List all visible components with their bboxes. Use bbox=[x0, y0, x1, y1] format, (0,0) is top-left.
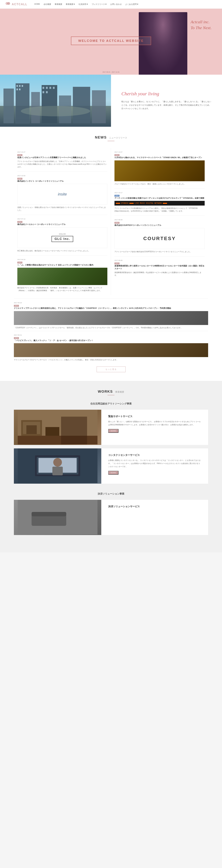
news-date: 2017-10-27 bbox=[17, 151, 107, 153]
service-more-btn-emergency[interactable]: MORE bbox=[108, 429, 119, 433]
news-date: 2017-05-20 bbox=[14, 302, 208, 304]
news-badge: NEW bbox=[115, 154, 120, 156]
nav-business-dropdown[interactable]: 事業概要▼ bbox=[66, 3, 75, 5]
news-title[interactable]: 株式会社インサイト コーポレートサイトリニューアル bbox=[17, 180, 107, 183]
news-image-interior bbox=[14, 343, 208, 357]
svg-rect-29 bbox=[45, 427, 59, 436]
news-body: アクトコールグループ会社の採用担当者を取材した「日本ケアフィット共育機構」のフリ… bbox=[17, 160, 107, 168]
news-body: 流通ソリューション・情報を変わるグループ会社の株式会社インサイトがコーポレートサ… bbox=[17, 206, 107, 212]
glc-label: IOGLOD bbox=[52, 233, 73, 235]
insite-logo-text: insite bbox=[58, 192, 67, 196]
logo[interactable]: ACTCALL bbox=[5, 2, 27, 7]
nav-business[interactable]: 事業概要 bbox=[55, 3, 62, 5]
more-button[interactable]: もっと見る bbox=[97, 367, 126, 372]
news-title[interactable]: 株式会社COURTESYコーポレートサイトリニューアル bbox=[115, 224, 205, 227]
news-body: グループ会社のパートナーとなっており、東京・銀座に上のショップがオープンしました… bbox=[115, 183, 205, 185]
news-title-ja: ニュースリリース bbox=[109, 136, 127, 139]
service-more-btn-contact[interactable]: MORE bbox=[108, 471, 119, 475]
svg-point-1 bbox=[7, 2, 10, 5]
service-desc-contact: お客様に最適なコンタクトセンターを。 コンタクトセンターのサービスは「コンタクト… bbox=[108, 459, 201, 468]
news-badge: INFO bbox=[17, 221, 22, 223]
news-grid: 2017-10-27 NEW 役員インタビューが日本ケアフィット共育機構フリーペ… bbox=[14, 148, 208, 295]
hero-welcome-box: WELCOME TO ACTCALL WEBSITE bbox=[71, 37, 151, 45]
news-title[interactable]: 役員インタビューが日本ケアフィット共育機構フリーペーパーに掲載されました bbox=[17, 156, 107, 159]
payment-svg bbox=[14, 500, 101, 534]
svg-rect-30 bbox=[61, 416, 87, 444]
news-title[interactable]: 株式会社ジーエルシー コーポレートサイトリニューアル bbox=[17, 223, 107, 226]
news-title-en: NEWS bbox=[95, 135, 107, 139]
logo-text: ACTCALL bbox=[12, 3, 27, 6]
callcenter-svg bbox=[14, 448, 101, 483]
svg-rect-18 bbox=[42, 87, 44, 89]
about-image bbox=[0, 75, 111, 127]
svg-rect-10 bbox=[92, 90, 106, 123]
news-body: 株式会社アクトコール（代表取締役社長 松本篤史 東京都港区）は、流通ソリューショ… bbox=[17, 286, 107, 292]
living-room-svg bbox=[14, 410, 101, 444]
svg-rect-19 bbox=[46, 87, 48, 89]
news-title[interactable]: 11月8日から集められる、マイクロマーケットスペース「STAND GINZA /… bbox=[115, 156, 205, 159]
news-date: 2017-05-31 bbox=[14, 334, 208, 336]
news-body: アクトコールグループの音楽配信のリニューアルに成功し、現在は地域活性化のツールと… bbox=[115, 207, 205, 213]
hero-welcome-text: WELCOME TO ACTCALL WEBSITE bbox=[78, 39, 144, 42]
news-badge: NEW bbox=[17, 154, 22, 156]
news-body: AI工事業を営む会社、株式会社ジーエルシーがコーポレートサイトをリニューアルしま… bbox=[17, 249, 107, 252]
news-title[interactable]: 「パリビスプレッソ」 搬入トラックッ 「ソ・ア・あ セーゲン ・森市交歓 6月1… bbox=[14, 339, 208, 342]
news-date: 2017-10-17 bbox=[115, 192, 205, 193]
news-section-title: NEWS ニュースリリース bbox=[14, 135, 208, 141]
news-body: アクトコールグループ会社の株式会社COURTESYがコーポレートサイトをリニュー… bbox=[115, 250, 205, 253]
news-date: 2017-07-14 bbox=[17, 218, 107, 220]
news-image-insite: insite bbox=[17, 184, 107, 205]
svg-rect-7 bbox=[42, 85, 57, 123]
svg-point-35 bbox=[53, 458, 62, 467]
news-title[interactable]: クリエイティブディレクターに柴田信吾氏を迎え、アクトコールグループの施設の「CO… bbox=[14, 307, 208, 310]
nav-faq[interactable]: よくある質問▼ bbox=[125, 3, 138, 5]
service-content-emergency: 緊急サポートサービス 暮らしの「困った！」を解決する緊急かけつけサービス。 お客… bbox=[101, 410, 208, 445]
nav-home[interactable]: HOME bbox=[34, 3, 40, 5]
nav-recruit[interactable]: 社員採用▼ bbox=[78, 3, 88, 5]
news-item: 2017-06-08 INFO 派遣事業者変更に伴う採用コールセンターで 24時… bbox=[115, 256, 205, 280]
service-image-living bbox=[14, 410, 101, 445]
hero-tagline: Actcall inc. To The Next. bbox=[191, 19, 212, 31]
hero-tagline-line1: Actcall inc. bbox=[191, 19, 212, 25]
news-image-gray bbox=[14, 311, 208, 325]
service-card-emergency: 緊急サポートサービス 暮らしの「困った！」を解決する緊急かけつけサービス。 お客… bbox=[14, 410, 208, 445]
news-badge: INFO bbox=[14, 305, 19, 307]
news-date: 2017-10-00 bbox=[17, 175, 107, 177]
svg-rect-4 bbox=[3, 89, 14, 123]
service-image-payment bbox=[14, 500, 101, 535]
svg-rect-22 bbox=[42, 91, 44, 93]
news-item-courtesy-row: 2017-05-20 INFO クリエイティブディレクターに柴田信吾氏を迎え、ア… bbox=[14, 299, 208, 329]
news-item: 2017-10-17 NEW アーティストの音楽活動を支援するオーディエンスを拡… bbox=[115, 189, 205, 216]
svg-rect-9 bbox=[73, 87, 90, 123]
news-body: 派遣事業所変更会社の（施設管理事業）代は派遣サービスへの転換により流通先のコール… bbox=[115, 271, 205, 277]
hero-content: WELCOME TO ACTCALL WEBSITE bbox=[71, 37, 151, 47]
svg-rect-21 bbox=[53, 87, 55, 89]
news-item: 2017-04-24 INFO へ「ぶ」小事業の理由を高めるサービスとして 合社… bbox=[17, 255, 107, 295]
svg-rect-13 bbox=[17, 85, 18, 87]
category-title-living: 住生活周辺総合アウトソーシング事業 bbox=[14, 402, 208, 405]
about-section: Cherish your living 私たちは「暮らしを豊かに」をコンセプトに… bbox=[0, 75, 222, 127]
about-title: Cherish your living bbox=[121, 91, 212, 96]
news-date: 2017-06-08 bbox=[115, 259, 205, 261]
news-item-interior-row: 2017-05-31 INFO 「パリビスプレッソ」 搬入トラックッ 「ソ・ア・… bbox=[14, 331, 208, 362]
service-title-payment: 決済ソリューションサービス bbox=[108, 505, 201, 508]
svg-point-12 bbox=[21, 106, 90, 116]
news-badge: NEW bbox=[115, 195, 120, 197]
news-badge: INFO bbox=[14, 337, 19, 339]
news-image-glc: IOGLOD GLC Inc. bbox=[17, 227, 107, 248]
nav-press[interactable]: プレスリリース▼ bbox=[92, 3, 107, 5]
works-title-line bbox=[107, 395, 115, 395]
glc-logo-text: GLC Inc. bbox=[52, 236, 73, 242]
nav-company[interactable]: 会社概要 bbox=[43, 3, 51, 5]
nav-contact[interactable]: お問い合わせ bbox=[110, 3, 122, 5]
news-title[interactable]: 派遣事業者変更に伴う採用コールセンターで 24時間365日コールセンターで全外国… bbox=[115, 265, 205, 270]
news-date: 2017-04-24 bbox=[17, 259, 107, 260]
news-image-plants bbox=[17, 268, 107, 285]
svg-rect-14 bbox=[19, 85, 21, 87]
service-title-contact: コンタクトセンターサービス bbox=[108, 454, 201, 457]
news-image-brown bbox=[115, 160, 205, 181]
news-body: アクトコールグループのグリーンサービス「パリビスプレッソ」の搬入トラックが完成し… bbox=[14, 359, 208, 361]
service-card-payment: 決済ソリューションサービス bbox=[14, 500, 208, 535]
news-title[interactable]: へ「ぶ」小事業の理由を高めるサービスとして 合社 ムトラック の登録サービスのご… bbox=[17, 264, 107, 267]
news-title[interactable]: アーティストの音楽活動を支援するオーディエンスを拡大するデジタルランプ「OTON… bbox=[115, 197, 205, 199]
